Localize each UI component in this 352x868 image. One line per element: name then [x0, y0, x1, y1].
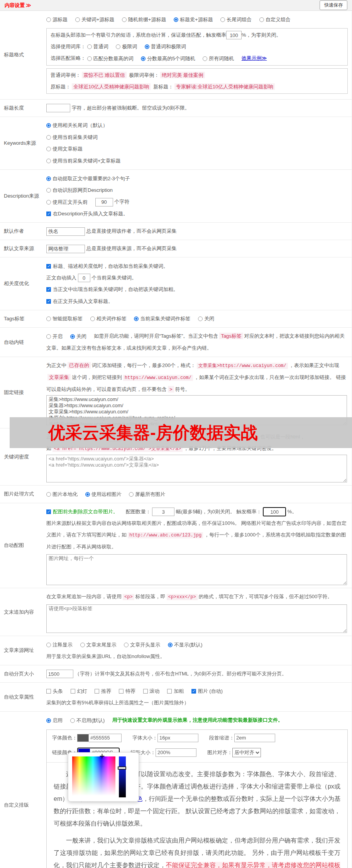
keyword-density-count-input[interactable]	[108, 433, 120, 442]
code-chip: <p>	[123, 594, 134, 600]
keyword-density-textarea[interactable]: <a href='https://www.ucaiyun.com/'>采集器</…	[46, 455, 347, 482]
radio-option[interactable]: 关键词+源标题	[75, 14, 115, 25]
checkbox-option[interactable]: 图片 (自动)	[191, 685, 223, 697]
checkbox-label: 标题、描述相关度低时，自动添加当前采集关键词。	[53, 261, 168, 272]
checkbox-option[interactable]: 标题、描述相关度低时，自动添加当前采集关键词。	[46, 261, 168, 272]
checkbox-option[interactable]: 滚动	[143, 685, 160, 697]
radio-option[interactable]: 文章末尾显示	[80, 639, 117, 651]
radio-label: 关闭	[76, 331, 86, 342]
checkbox-option[interactable]: 配图前先删除原文自带图片。	[46, 506, 118, 518]
radio-option[interactable]: 所有词随机	[203, 53, 234, 64]
font-size-input[interactable]	[157, 734, 198, 742]
title-length-input[interactable]	[46, 104, 70, 112]
radio-option[interactable]: 启用	[46, 715, 63, 726]
radio-checked-icon	[46, 123, 51, 128]
field-label: 图片对齐：	[207, 749, 232, 756]
insert-keywords-count-input[interactable]	[78, 274, 90, 282]
radio-option[interactable]: 关闭	[70, 331, 86, 342]
row-label: 标题格式	[0, 11, 46, 99]
hint-text: 符号。	[175, 386, 190, 392]
code-chip: 文章采集	[231, 433, 254, 440]
radio-option[interactable]: 当前采集关键词作标签	[134, 313, 190, 325]
radio-option[interactable]: 自动提取正文中最重要的2-3个句子	[46, 173, 130, 184]
checkbox-option[interactable]: 在正文开头插入文章标题。	[46, 296, 113, 307]
radio-label: 随机前缀+源标题	[128, 14, 166, 25]
radio-option[interactable]: 使用文章标题	[46, 143, 83, 155]
checkbox-option[interactable]: 当正文中出现当前采集关键词时，自动把该关键词加粗。	[46, 284, 178, 295]
radio-option[interactable]: 匹配分数最高的词	[87, 53, 134, 64]
radio-icon	[46, 200, 51, 205]
radio-option[interactable]: 不启用(默认)	[70, 715, 105, 726]
example-value: 震惊不已 难以置信	[82, 72, 127, 78]
radio-label: 不显示(默认)	[174, 639, 203, 651]
radio-option[interactable]: 相关词作标签	[90, 313, 127, 325]
radio-option[interactable]: 屏蔽所有图片	[129, 489, 165, 500]
hint-text: （字符）计算中英文及其标点符号，但不包含HTML，为0则不分页。部分程序可能不支…	[75, 671, 287, 677]
source-input[interactable]	[46, 245, 85, 253]
radio-option[interactable]: 注释显示	[46, 639, 73, 651]
radio-icon	[203, 56, 207, 61]
radio-option[interactable]: 极限词	[116, 41, 137, 52]
radio-option[interactable]: 普通词和极限词	[145, 41, 186, 52]
indent-input[interactable]	[234, 734, 275, 742]
radio-label: 当前采集关键词作标签	[140, 313, 190, 325]
hue-slider-handle[interactable]	[118, 766, 126, 770]
code-chip: <p>xxx</p>	[167, 594, 198, 600]
radio-option[interactable]: 使用当前采集关键词	[46, 132, 98, 143]
radio-option[interactable]: 随机前缀+源标题	[122, 14, 166, 25]
radio-option[interactable]: 标题党+源标题	[174, 14, 213, 25]
radio-option[interactable]: 分数最高的5个词随机	[141, 53, 195, 64]
radio-label: 智能提取标签	[52, 313, 83, 325]
checkbox-option[interactable]: 在Description开头插入文章标题。	[46, 208, 128, 220]
font-color-swatch[interactable]	[77, 734, 89, 742]
checkbox-label: 当正文中出现当前采集关键词时，自动把该关键词加粗。	[53, 284, 178, 295]
field-label: 字体大小：	[132, 734, 157, 741]
pagination-size-input[interactable]	[46, 670, 73, 678]
checkbox-option[interactable]: 头条	[46, 685, 63, 697]
radio-option[interactable]: 图片本地化	[46, 489, 78, 500]
row-keyword-density: 关键词密度 正文中随机插入以下关键词 个，每行一个，为0则关闭。可以是单独的词语…	[0, 428, 352, 486]
radio-option[interactable]: 自定义组合	[259, 14, 291, 25]
append-content-textarea[interactable]	[46, 604, 347, 633]
radio-option[interactable]: 智能提取标签	[46, 313, 83, 325]
font-color-input[interactable]	[89, 734, 122, 742]
radio-option[interactable]: 使用远程图片	[85, 489, 122, 500]
radio-option[interactable]: 不显示(默认)	[168, 639, 203, 651]
checkbox-option[interactable]: 加粗	[167, 685, 184, 697]
color-hue-slider[interactable]	[119, 756, 126, 797]
radio-option[interactable]: 长尾词组合	[220, 14, 252, 25]
radio-option[interactable]: 普通词	[87, 41, 108, 52]
trigger-probability-input[interactable]	[263, 507, 286, 516]
radio-option[interactable]: 开启	[46, 331, 63, 342]
image-urls-textarea[interactable]	[46, 554, 347, 585]
checkbox-option[interactable]: 推荐	[95, 685, 111, 697]
radio-option[interactable]: 文章开头显示	[124, 639, 160, 651]
image-count-input[interactable]	[152, 508, 174, 516]
quick-save-button[interactable]: 快速保存	[320, 0, 347, 10]
fixed-links-textarea[interactable]: 采集>https://www.ucaiyun.com/ 采集器>https://…	[46, 395, 347, 425]
radio-icon	[46, 17, 51, 22]
effect-example-link[interactable]: 效果示例≫	[242, 55, 267, 61]
checkbox-checked-icon	[46, 264, 51, 269]
row-label: 自动文章属性	[0, 683, 46, 712]
row-pagination-size: 自动分页大小 （字符）计算中英文及其标点符号，但不包含HTML，为0则不分页。部…	[0, 665, 352, 683]
content-settings-toggle[interactable]: 内容设置≫	[5, 2, 31, 9]
radio-option[interactable]: 自动识别原网页Description	[46, 184, 113, 196]
radio-option[interactable]: 源标题	[46, 14, 68, 25]
row-image-handling: 图片处理方式 图片本地化 使用远程图片 屏蔽所有图片	[0, 486, 352, 503]
author-input[interactable]	[46, 227, 85, 236]
image-align-select[interactable]: 居中对齐	[232, 748, 261, 757]
radio-option[interactable]: 使用当前采集关键词+文章标题	[46, 155, 121, 167]
radio-option[interactable]: 使用正文开头前	[46, 196, 88, 208]
checkbox-option[interactable]: 幻灯	[71, 685, 87, 697]
trigger-probability-title-input[interactable]	[226, 31, 242, 39]
code-chip: <a href='https://www.ucaiyun.com/'>文章采集<…	[52, 446, 183, 452]
color-gradient-area[interactable]: +	[72, 756, 115, 797]
radio-option[interactable]: 使用相关长尾词（默认）	[46, 120, 108, 131]
line-height-input[interactable]	[156, 748, 196, 757]
checkbox-option[interactable]: 特荐	[119, 685, 135, 697]
color-picker-crosshair-icon[interactable]: +	[100, 751, 105, 761]
radio-icon	[124, 643, 129, 647]
radio-option[interactable]: 关闭	[198, 313, 214, 325]
desc-prefix-chars-input[interactable]	[95, 198, 113, 206]
